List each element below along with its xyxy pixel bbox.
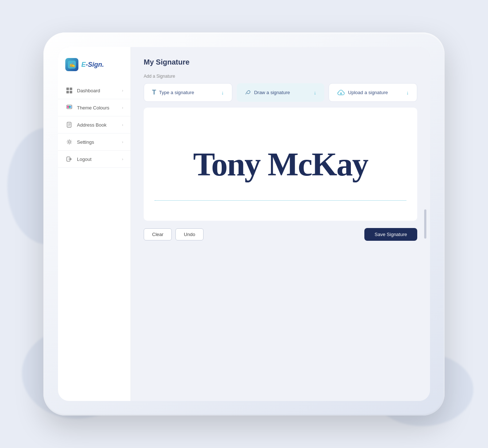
upload-cloud-icon [337,89,345,96]
signature-canvas[interactable]: Tony McKay [144,108,417,221]
dashboard-icon [65,86,73,94]
sidebar-item-settings-label: Settings [77,139,122,145]
svg-point-14 [68,141,70,143]
chevron-right-icon: › [122,88,123,93]
clear-button[interactable]: Clear [144,228,172,240]
sidebar-item-logout-label: Logout [77,157,122,162]
sidebar-item-address-book[interactable]: Address Book › [58,116,131,134]
page-title: My Signature [144,58,417,66]
add-signature-label: Add a Signature [144,74,417,79]
theme-icon [65,104,73,112]
chevron-right-icon-2: › [122,105,123,110]
logout-icon [65,155,73,163]
action-row: Clear Undo Save Signature [144,228,417,241]
tab-upload-signature[interactable]: Upload a signature ↓ [329,83,417,102]
tab-type-label: Type a signature [159,90,218,95]
svg-rect-4 [66,91,69,93]
action-left-buttons: Clear Undo [144,228,204,240]
device-shell: ✍ E-Sign. [43,32,445,416]
sidebar: ✍ E-Sign. [58,47,131,401]
save-signature-button[interactable]: Save Signature [364,228,417,241]
logo-icon: ✍ [65,58,78,71]
tab-draw-arrow: ↓ [314,90,316,96]
chevron-right-icon-4: › [122,140,123,144]
scrollbar-handle[interactable] [424,209,426,239]
sidebar-item-theme-colours[interactable]: Theme Colours › [58,99,131,116]
svg-rect-2 [66,88,69,90]
sidebar-item-logout[interactable]: Logout › [58,151,131,168]
logo-area: ✍ E-Sign. [58,54,131,82]
signature-baseline [155,200,406,201]
svg-rect-9 [70,106,71,108]
tab-upload-label: Upload a signature [348,90,403,95]
sidebar-item-dashboard[interactable]: Dashboard › [58,82,131,99]
type-icon: T [152,89,156,96]
svg-text:✍: ✍ [69,62,75,68]
sidebar-item-addressbook-label: Address Book [77,122,122,128]
tabs-row: T Type a signature ↓ Draw a signature ↓ [144,83,417,102]
tab-type-arrow: ↓ [221,90,224,96]
tab-upload-arrow: ↓ [406,90,409,96]
draw-icon [245,89,251,97]
device-screen: ✍ E-Sign. [58,47,430,401]
tab-draw-label: Draw a signature [254,90,311,95]
signature-display: Tony McKay [193,146,368,183]
logo-text: E-Sign. [81,61,104,69]
sidebar-item-dashboard-label: Dashboard [77,88,122,93]
sidebar-item-theme-label: Theme Colours [77,105,122,111]
svg-rect-3 [70,88,72,90]
chevron-right-icon-3: › [122,123,123,127]
main-content: My Signature Add a Signature T Type a si… [131,47,430,401]
svg-rect-8 [69,106,70,108]
tab-type-signature[interactable]: T Type a signature ↓ [144,83,232,102]
addressbook-icon [65,121,73,129]
svg-rect-5 [70,91,72,93]
chevron-right-icon-5: › [122,157,123,161]
tab-draw-signature[interactable]: Draw a signature ↓ [237,83,325,102]
settings-icon [65,138,73,146]
svg-rect-7 [67,106,69,108]
sidebar-item-settings[interactable]: Settings › [58,134,131,151]
undo-button[interactable]: Undo [175,228,204,240]
